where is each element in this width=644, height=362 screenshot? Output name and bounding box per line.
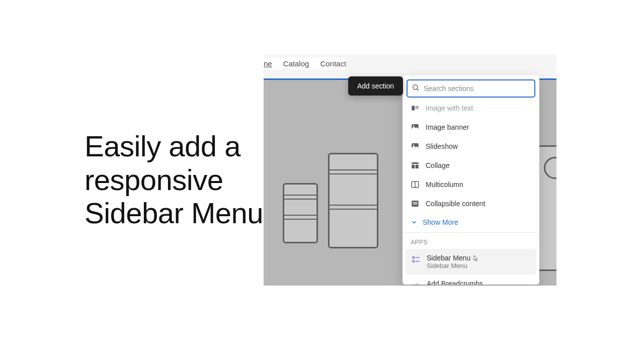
chevron-down-icon [411,219,418,226]
svg-rect-3 [416,106,419,107]
section-picker-panel: Image with text Image banner Slideshow C… [403,75,539,285]
search-icon [412,83,420,94]
svg-point-8 [413,144,414,145]
show-more-label: Show More [423,218,458,226]
svg-rect-9 [412,162,419,164]
section-option-collage[interactable]: Collage [403,156,539,175]
section-option-label: Slideshow [426,142,458,150]
nav-home-link[interactable]: ne [264,59,272,68]
section-option-label: Multicolumn [426,180,463,189]
collapsible-icon [411,199,420,208]
section-option-label: Image banner [426,123,469,131]
breadcrumbs-icon [412,281,421,285]
svg-rect-18 [413,260,414,262]
search-sections-box[interactable] [407,79,535,98]
svg-point-6 [413,125,414,126]
show-more-button[interactable]: Show More [403,213,539,231]
search-sections-input[interactable] [424,84,530,93]
svg-rect-11 [416,165,419,169]
divider [403,232,539,233]
app-option-sidebar-menu[interactable]: Sidebar Menu Sidebar Menu [406,249,536,275]
slideshow-icon [411,142,420,151]
nav-contact-link[interactable]: Contact [320,59,346,68]
svg-rect-4 [416,108,419,109]
svg-rect-17 [413,257,414,258]
collage-icon [411,161,420,170]
image-icon [411,123,420,132]
svg-rect-15 [413,202,418,203]
sidebar-menu-icon [412,255,421,264]
app-option-subtitle: Sidebar Menu [427,262,470,269]
placeholder-art [278,135,404,256]
section-option-slideshow[interactable]: Slideshow [403,137,539,156]
section-option-image-with-text[interactable]: Image with text [403,102,539,118]
app-option-title: Sidebar Menu [427,254,470,262]
app-option-title: Add Breadcrumbs [427,280,483,285]
apps-section-header: APPS [403,234,539,249]
multicolumn-icon [411,180,420,189]
add-section-tooltip: Add section [348,76,403,96]
svg-point-0 [413,85,418,89]
storefront-nav: ne Catalog Contact [264,57,346,70]
section-option-image-banner[interactable]: Image banner [403,118,539,137]
section-option-label: Collapsible content [426,200,485,208]
nav-catalog-link[interactable]: Catalog [283,59,309,68]
svg-rect-2 [412,106,415,111]
image-text-icon [411,104,420,113]
svg-rect-10 [412,165,415,169]
section-option-multicolumn[interactable]: Multicolumn [403,175,539,194]
section-option-label: Collage [426,161,449,169]
svg-line-1 [417,89,419,90]
section-option-label: Image with text [426,104,473,112]
svg-rect-16 [413,204,418,205]
editor-screenshot: ne Catalog Contact Add section [264,54,556,286]
app-option-add-breadcrumbs[interactable]: Add Breadcrumbs [406,275,536,285]
marketing-headline: Easily add aresponsiveSidebar Menu [85,130,263,230]
section-option-collapsible-content[interactable]: Collapsible content [403,194,539,213]
